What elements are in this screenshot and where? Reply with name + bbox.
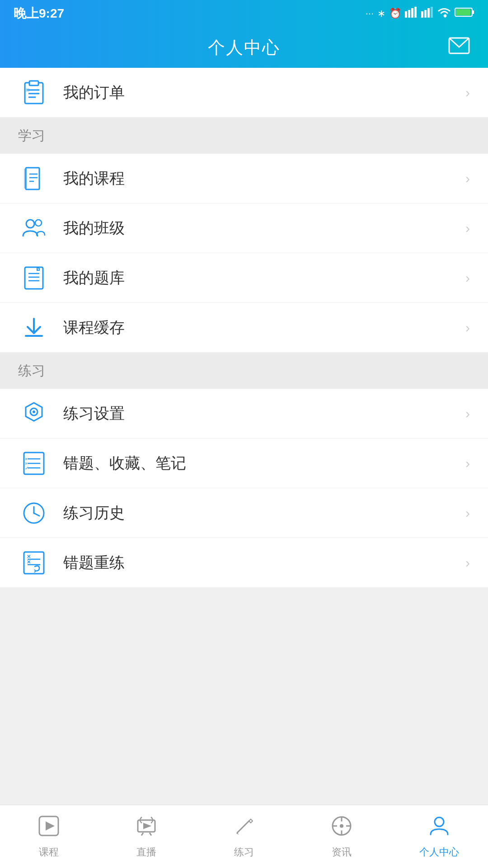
svg-line-45 [34,513,39,516]
person-icon [428,815,450,842]
my-questions-chevron: › [465,270,470,286]
svg-marker-56 [143,823,151,829]
svg-rect-2 [411,8,413,18]
my-courses-label: 我的课程 [63,168,465,189]
nav-profile-label: 个人中心 [419,845,459,859]
signal-bar2 [421,7,434,20]
svg-point-24 [26,220,34,228]
practice-history-label: 练习历史 [63,503,465,524]
wrong-practice-label: 错题重练 [63,552,465,573]
nav-courses[interactable]: 课程 [0,805,98,868]
svg-line-55 [150,833,151,835]
svg-point-25 [35,220,42,226]
practice-settings-item[interactable]: 练习设置 › [0,389,488,439]
svg-rect-26 [25,267,43,289]
pencil-icon [233,815,255,842]
svg-rect-7 [431,7,433,18]
svg-line-57 [237,821,249,833]
my-class-chevron: › [465,221,470,236]
wifi-icon [437,7,451,20]
status-bar: 晚上9:27 ··· ∗ ⏰ [0,0,488,27]
content-area: 我的订单 › 学习 我的课程 › [0,68,488,805]
practice-section: 练习设置 › × × ✓ 错题、收藏、笔记 › [0,389,488,588]
people-icon [18,212,50,244]
my-orders-chevron: › [465,85,470,100]
my-questions-item[interactable]: 我的题库 › [0,253,488,303]
mail-button[interactable] [448,37,470,58]
nav-news-label: 资讯 [332,845,352,859]
svg-line-54 [141,833,143,835]
my-class-item[interactable]: 我的班级 › [0,203,488,253]
wrong-list-icon: × × ✓ [18,448,50,479]
book-icon [18,163,50,194]
status-time: 晚上9:27 [14,5,64,22]
nav-courses-label: 课程 [39,845,59,859]
my-questions-label: 我的题库 [63,268,465,288]
nav-profile[interactable]: 个人中心 [390,805,488,868]
orders-section: 我的订单 › [0,68,488,118]
nav-news[interactable]: 资讯 [293,805,390,868]
clipboard-icon [18,77,50,108]
wrong-collected-notes-item[interactable]: × × ✓ 错题、收藏、笔记 › [0,439,488,488]
svg-rect-6 [427,8,430,18]
practice-history-item[interactable]: 练习历史 › [0,488,488,538]
svg-rect-19 [26,168,39,189]
live-tv-icon [135,815,158,842]
nav-live-label: 直播 [136,845,156,859]
alarm-icon: ⏰ [389,8,401,19]
svg-text:✕: ✕ [27,554,31,559]
practice-label: 练习 [18,362,45,380]
my-orders-label: 我的订单 [63,82,465,103]
study-label: 学习 [18,127,45,145]
practice-history-chevron: › [465,505,470,521]
course-cache-item[interactable]: 课程缓存 › [0,303,488,353]
svg-rect-13 [29,81,38,85]
signal-bar1 [405,7,418,20]
wrong-collected-notes-label: 错题、收藏、笔记 [63,453,465,474]
svg-point-64 [435,817,444,826]
gear-hex-icon [18,398,50,429]
quiz-icon [18,262,50,294]
study-section: 我的课程 › 我的班级 › [0,154,488,353]
svg-text:✕: ✕ [27,559,31,565]
svg-rect-3 [414,7,417,18]
clock-icon [18,497,50,529]
svg-rect-20 [24,169,27,189]
course-cache-label: 课程缓存 [63,317,465,338]
status-icons: ··· ∗ ⏰ [366,7,474,20]
svg-rect-1 [408,10,410,18]
my-orders-item[interactable]: 我的订单 › [0,68,488,118]
wrong-redo-icon: ✕ ✕ [18,547,50,579]
header: 个人中心 [0,27,488,68]
svg-rect-4 [421,11,423,18]
news-icon [330,815,353,842]
svg-marker-52 [46,821,55,830]
svg-rect-5 [424,10,427,18]
nav-practice-label: 练习 [234,845,254,859]
bluetooth-icon: ∗ [377,8,385,19]
svg-rect-10 [456,9,470,15]
course-cache-chevron: › [465,320,470,335]
svg-rect-0 [405,11,407,18]
practice-settings-chevron: › [465,406,470,421]
svg-point-59 [340,824,343,828]
svg-text:✓: ✓ [25,466,28,471]
play-circle-icon [38,815,60,842]
bottom-nav: 课程 直播 练习 [0,805,488,868]
my-class-label: 我的班级 [63,218,465,239]
practice-settings-label: 练习设置 [63,403,465,424]
signal-dots: ··· [366,8,374,19]
study-section-header: 学习 [0,118,488,154]
battery-icon [455,7,474,20]
wrong-practice-item[interactable]: ✕ ✕ 错题重练 › [0,538,488,588]
download-icon [18,312,50,344]
svg-point-34 [33,410,35,413]
practice-section-header: 练习 [0,353,488,389]
my-courses-chevron: › [465,171,470,186]
my-courses-item[interactable]: 我的课程 › [0,154,488,203]
wrong-practice-chevron: › [465,555,470,571]
nav-live[interactable]: 直播 [98,805,195,868]
nav-practice[interactable]: 练习 [195,805,293,868]
page-title: 个人中心 [208,36,280,59]
wrong-collected-notes-chevron: › [465,456,470,471]
